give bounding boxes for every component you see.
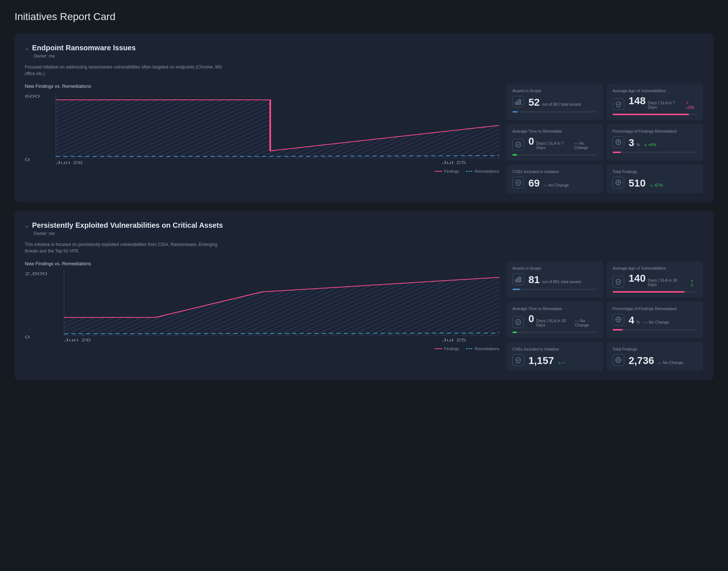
metric-icon-check	[512, 139, 524, 150]
initiative-title: Endpoint Ransomware Issues	[32, 44, 136, 52]
chart-legend: Findings Remediations	[25, 347, 499, 351]
chart-container: 2,800 0 Jun 26 Jul 25	[25, 270, 499, 343]
metric-body: 510 ↘ -67%	[613, 177, 697, 188]
metric-body: 4 % — No Change	[613, 314, 697, 325]
metric-values: 0 Days | SLA in 7 Days — No Change	[528, 136, 597, 150]
metric-sub: %	[637, 320, 640, 324]
metric-change: — No Change	[658, 360, 683, 365]
owner-label: Owner: me	[34, 54, 703, 59]
metric-values: 0 Days | SLA in 30 Days — No Change	[528, 314, 597, 328]
metric-icon-target	[613, 314, 624, 325]
metric-values: 3 % ↘ +4%	[629, 138, 656, 148]
metric-label: Assets in Scope	[512, 266, 597, 270]
initiative-card-2: ⌄ Persistently Exploited Vulnerabilities…	[15, 211, 713, 380]
chart-section: New Findings vs. Remediations 2,800 0 Ju…	[25, 261, 499, 371]
svg-text:Jun 26: Jun 26	[64, 338, 91, 342]
initiative-card-1: ⌄ Endpoint Ransomware Issues Owner: me F…	[15, 34, 713, 202]
metric-change: ↘ +4%	[644, 142, 656, 147]
initiative-header: ⌄ Persistently Exploited Vulnerabilities…	[25, 221, 703, 230]
legend-findings: Findings	[435, 169, 459, 173]
svg-text:0: 0	[25, 157, 30, 162]
remediations-line-icon	[466, 171, 473, 172]
metric-change: ↘ -67%	[649, 183, 663, 188]
metric-change: — No Change	[575, 318, 597, 327]
metric-card-avg-age-vuln-2: Average Age of Vulnerabilities 140 Days …	[607, 261, 703, 298]
metric-sub: %	[637, 142, 640, 147]
metric-icon-target	[613, 136, 624, 148]
metric-body: 140 Days | SLA in 30 Days ↘ -1	[613, 273, 697, 288]
svg-text:Jul 25: Jul 25	[442, 160, 466, 165]
metric-icon-bars	[512, 96, 524, 107]
legend-remediations: Remediations	[466, 347, 499, 351]
metric-values: 81 out of 861 total assets	[528, 275, 581, 285]
metric-value: 1,157	[528, 356, 554, 366]
initiative-description: Focused initiative on addressing ransomw…	[25, 64, 229, 77]
initiatives-container: ⌄ Endpoint Ransomware Issues Owner: me F…	[15, 34, 713, 380]
metric-values: 2,736 — No Change	[629, 356, 683, 366]
legend-findings-label: Findings	[444, 347, 459, 351]
legend-findings: Findings	[435, 347, 459, 351]
metric-body: 0 Days | SLA in 30 Days — No Change	[512, 314, 597, 328]
initiative-title: Persistently Exploited Vulnerabilities o…	[32, 221, 223, 230]
metric-value: 0	[528, 136, 534, 146]
metric-card-assets-in-scope-2: Assets in Scope 81 out of 861 total asse…	[507, 261, 603, 298]
metric-label: Percentage of Findings Remediated	[613, 129, 697, 133]
metric-body: 52 out of 861 total assets	[512, 96, 597, 107]
metric-value: 0	[528, 314, 534, 324]
metric-icon-check	[512, 316, 524, 328]
metric-label: Average Time to Remediate	[512, 306, 597, 311]
metric-label: Average Age of Vulnerabilities	[613, 89, 697, 93]
progress-bar-container	[613, 329, 697, 331]
legend-remediations: Remediations	[466, 169, 499, 173]
metric-icon-shield	[613, 276, 624, 288]
metric-card-pct-findings-remediated-1: Percentage of Findings Remediated 3 % ↘ …	[607, 124, 703, 161]
metric-change: ↘ -1	[690, 278, 697, 287]
svg-text:Jun 26: Jun 26	[56, 160, 83, 165]
metric-values: 510 ↘ -67%	[629, 178, 663, 188]
metric-change: — No Change	[644, 320, 669, 324]
metric-value: 510	[629, 178, 646, 188]
svg-text:600: 600	[25, 94, 40, 98]
chevron-down-icon[interactable]: ⌄	[25, 223, 29, 228]
progress-bar-container	[613, 291, 697, 293]
svg-marker-7	[56, 100, 499, 158]
metric-sub: Days | SLA in 7 Days	[648, 101, 682, 109]
metric-label: CVEs Included in Initiative	[512, 169, 597, 174]
svg-marker-26	[64, 277, 499, 336]
metric-change: — No Change	[574, 141, 598, 150]
chevron-down-icon[interactable]: ⌄	[25, 45, 29, 51]
metrics-grid: Assets in Scope 52 out of 861 total asse…	[507, 83, 703, 193]
progress-bar-fill	[613, 329, 623, 331]
metric-value: 140	[629, 273, 646, 283]
metric-sub: Days | SLA in 7 Days	[536, 141, 571, 150]
metric-sub: out of 861 total assets	[542, 279, 581, 284]
metric-label: Total Findings	[613, 169, 697, 174]
metrics-grid: Assets in Scope 81 out of 861 total asse…	[507, 261, 703, 371]
metric-icon-target	[613, 177, 624, 188]
metric-value: 81	[528, 275, 540, 285]
metric-values: 148 Days | SLA in 7 Days ↗ +298	[629, 96, 697, 110]
svg-rect-27	[515, 279, 516, 282]
metric-label: Percentage of Findings Remediated	[613, 306, 697, 311]
progress-bar-fill	[512, 154, 517, 156]
metric-values: 69 — No Change	[528, 178, 569, 188]
metric-value: 2,736	[629, 356, 654, 366]
progress-bar-container	[613, 114, 697, 115]
metric-label: Average Time to Remediate	[512, 129, 597, 133]
metric-card-assets-in-scope-1: Assets in Scope 52 out of 861 total asse…	[507, 83, 603, 120]
metric-body: 2,736 — No Change	[613, 354, 697, 366]
legend-remediations-label: Remediations	[475, 347, 499, 351]
initiative-description: This initiative is focused on persistent…	[25, 241, 229, 254]
metric-value: 3	[629, 138, 634, 148]
metric-icon-shield	[512, 354, 524, 366]
svg-rect-9	[517, 101, 518, 105]
progress-bar-fill	[512, 332, 517, 333]
metric-card-total-findings-2: Total Findings 2,736 — No Change	[607, 342, 703, 371]
metric-card-total-findings-1: Total Findings 510 ↘ -67%	[607, 164, 703, 193]
chart-section: New Findings vs. Remediations 600 0 Jun …	[25, 83, 499, 193]
metric-card-pct-findings-remediated-2: Percentage of Findings Remediated 4 % — …	[607, 301, 703, 338]
page-title: Initiatives Report Card	[15, 11, 713, 23]
findings-line-icon	[435, 348, 442, 349]
main-layout: New Findings vs. Remediations 2,800 0 Ju…	[25, 261, 703, 371]
progress-bar-container	[512, 332, 597, 333]
